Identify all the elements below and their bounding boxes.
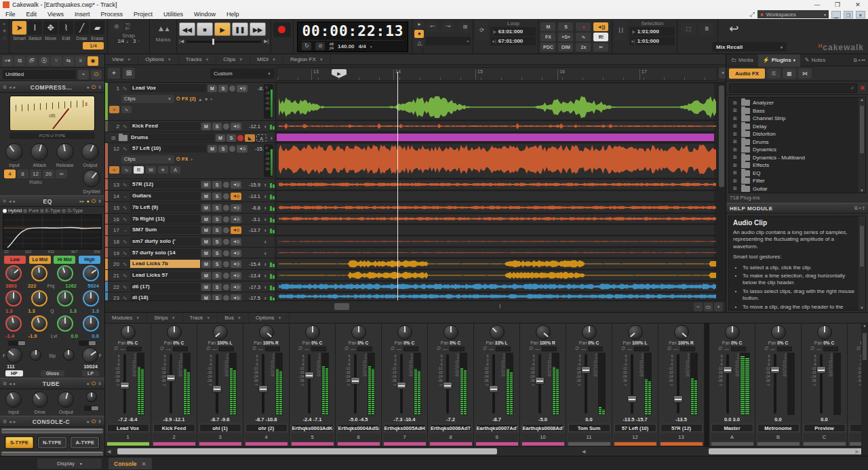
clip-row[interactable] (275, 83, 717, 121)
strip-name[interactable]: Metronome (757, 424, 800, 432)
tube-type-knob[interactable] (84, 391, 99, 414)
plugin-category-dynamics---multiband[interactable]: ⊞Dynamics - Multiband (729, 154, 865, 162)
eq-band-hi-mid[interactable]: Hi Mid (54, 256, 75, 264)
clip-row[interactable] (275, 270, 717, 281)
plugin-search-input[interactable]: ⌕ (729, 83, 857, 93)
plugin-category-analyzer[interactable]: ⊞Analyzer (729, 99, 865, 107)
tube-knob-output[interactable]: Output (58, 391, 74, 414)
comp-knob-input[interactable]: Input (5, 143, 23, 168)
fader-values[interactable]: -8.7 (492, 416, 501, 423)
fader-values[interactable]: 0.0 3.0 (724, 416, 740, 423)
row-expand-icon[interactable]: ⇟ (262, 182, 269, 187)
meter-display[interactable]: 4/4 (359, 43, 366, 50)
menu-window[interactable]: Window (189, 11, 221, 18)
strip-name[interactable]: ohr (2) (245, 424, 288, 432)
loop-start-field[interactable]: |▸ 63:01:000 (490, 27, 536, 36)
volume-fader[interactable] (820, 354, 823, 414)
solo-button[interactable]: S (212, 238, 222, 246)
console-menu-options[interactable]: Options▼ (249, 313, 290, 323)
track-vscrollbar[interactable] (717, 83, 726, 300)
clip-row[interactable] (275, 143, 717, 179)
pan-knob[interactable] (536, 325, 551, 340)
audio-clip[interactable] (277, 259, 714, 269)
eq-header[interactable]: ✛ ◂▸ EQ ▸▸ ● ⏻ ⇟ (0, 195, 104, 207)
volume-fader[interactable] (726, 354, 729, 414)
volume-fader[interactable] (585, 354, 587, 414)
pan-knob[interactable] (582, 325, 597, 340)
ratio-20[interactable]: 20 (43, 170, 54, 178)
tuningfork-icon[interactable]: ⑂ (51, 56, 62, 66)
pan-knob[interactable] (397, 325, 412, 340)
console-strip[interactable]: Pan 33% L∅—60-6-12-18-24-36-∞-3-9-15-21-… (474, 324, 520, 446)
strip-name[interactable]: Erthqks0004AdSn (338, 424, 380, 432)
audio-clip[interactable] (277, 271, 714, 280)
volume-fader[interactable] (631, 354, 633, 414)
slope-high-knob[interactable] (63, 349, 75, 361)
eq-mode-g-type[interactable]: G-Type (62, 208, 83, 213)
volume-fader[interactable] (492, 354, 495, 414)
sort-icon[interactable]: ⋈ (798, 68, 812, 79)
clips-pane[interactable] (275, 83, 717, 300)
draw-resolution-dropdown[interactable]: 1/4 (83, 42, 104, 50)
strip-name[interactable]: Tom Sum (568, 424, 610, 432)
track-name[interactable]: SM7 Sum (130, 226, 200, 234)
undo-icon[interactable]: ↩ (720, 20, 747, 36)
toolbar--button[interactable]: ∿ (576, 33, 591, 41)
auto-a-button[interactable]: A (170, 166, 180, 174)
fader-values[interactable]: -13.5 (675, 416, 687, 423)
clip-row[interactable] (275, 202, 717, 214)
track-name[interactable]: 7b Left (9) (130, 203, 200, 212)
strip-name[interactable]: ohl (1) (199, 424, 241, 432)
solo-button[interactable]: S (218, 145, 228, 153)
tube-knob-drive[interactable]: Drive (32, 391, 48, 414)
record-mini-icon[interactable]: ● (414, 30, 424, 38)
eq-q-knob-2[interactable] (57, 290, 73, 308)
record-arm-button[interactable] (237, 135, 243, 141)
input-echo-button[interactable]: ◄)) (231, 272, 241, 279)
eq-lvl-knob-0[interactable] (5, 315, 22, 333)
volume-fader[interactable] (170, 354, 172, 414)
fx-controls[interactable]: ▲ ▼ + (198, 97, 213, 102)
fader-values[interactable]: 0.0 (774, 416, 781, 423)
track-row[interactable]: 14→GuitarsMS◄))-13.1⇟ (105, 191, 275, 202)
toolbar-m-button[interactable]: M (540, 22, 555, 31)
record-arm-button[interactable] (223, 295, 229, 301)
audio-clip[interactable] (277, 144, 714, 175)
prev-icon[interactable]: ◂ (9, 419, 12, 425)
tool-edit[interactable]: ⌇Edit (58, 20, 74, 41)
menu-insert[interactable]: Insert (69, 11, 96, 18)
record-button[interactable] (273, 22, 291, 37)
eq-frq-value-3[interactable]: 5024 (87, 283, 99, 289)
record-arm-button[interactable] (229, 85, 235, 92)
eq-power-icon[interactable]: ⏻ (92, 198, 96, 205)
gain-value[interactable]: -17.5 (243, 295, 260, 301)
track-row[interactable]: 1∿Lead VoxMS◄))-8.4⇟Clips▼⏻ FX (2)▲ ▼ +≈… (105, 83, 275, 121)
fader-values[interactable]: -2.4 -7.1 (303, 416, 322, 423)
screenshot-icon[interactable]: ⬚ (681, 23, 696, 35)
solo-button[interactable]: S (212, 123, 222, 130)
eq-lvl-knob-2[interactable] (57, 315, 73, 333)
mute-button[interactable]: M (201, 272, 211, 279)
flip-icon[interactable]: ⇆ (63, 56, 74, 66)
pan-knob[interactable] (674, 325, 689, 340)
clip-row[interactable] (275, 121, 717, 132)
punch-in-icon[interactable]: ⭰ (427, 22, 438, 33)
gloss-button[interactable]: Gloss (41, 370, 64, 376)
hpf-freq-knob[interactable] (6, 347, 22, 364)
consolec-s-type[interactable]: S-TYPE (5, 437, 33, 448)
ratio-8[interactable]: 8 (17, 170, 28, 178)
pan-knob[interactable] (259, 325, 274, 340)
workspaces-dropdown[interactable]: ● Workspaces ▾ (757, 10, 829, 18)
zoom-out-icon[interactable]: − (694, 302, 703, 311)
ratio-∞[interactable]: ∞ (56, 170, 67, 178)
toolbar--button[interactable]: ◄)) (593, 22, 608, 31)
track-row[interactable]: 21∿Lead Licks 57MS◄))-13.4⇟ (105, 270, 275, 281)
marks-icon[interactable]: ▲▴ (152, 20, 174, 37)
lpf-freq-knob[interactable] (82, 347, 98, 364)
volume-fader[interactable] (400, 354, 403, 414)
gain-value[interactable]: -13.7 (243, 227, 260, 233)
console-strip[interactable]: Pan 100% R∅—60-6-12-18-24-36-∞-3-9-15-21… (243, 324, 290, 446)
tool-erase[interactable]: ▰Erase (90, 20, 105, 41)
record-arm-button[interactable] (223, 284, 229, 290)
row-expand-icon[interactable]: ⇟ (262, 239, 269, 244)
